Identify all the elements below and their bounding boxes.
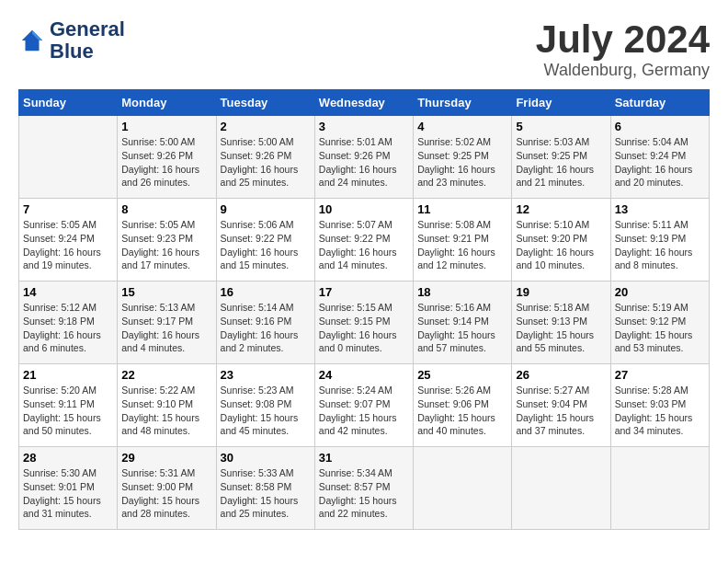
weekday-header: Thursday bbox=[414, 90, 512, 116]
day-info: Sunrise: 5:26 AM Sunset: 9:06 PM Dayligh… bbox=[417, 384, 507, 438]
day-info: Sunrise: 5:31 AM Sunset: 9:00 PM Dayligh… bbox=[121, 466, 211, 521]
calendar-week-row: 21Sunrise: 5:20 AM Sunset: 9:11 PM Dayli… bbox=[19, 364, 710, 447]
day-number: 30 bbox=[221, 451, 311, 465]
calendar-cell: 10Sunrise: 5:07 AM Sunset: 9:22 PM Dayli… bbox=[314, 199, 413, 282]
day-number: 8 bbox=[121, 202, 211, 216]
day-number: 31 bbox=[319, 451, 409, 465]
day-number: 27 bbox=[615, 368, 705, 382]
day-number: 29 bbox=[121, 451, 211, 465]
day-number: 10 bbox=[319, 202, 409, 216]
calendar-cell bbox=[512, 447, 610, 530]
calendar-cell: 28Sunrise: 5:30 AM Sunset: 9:01 PM Dayli… bbox=[19, 447, 118, 530]
day-info: Sunrise: 5:14 AM Sunset: 9:16 PM Dayligh… bbox=[221, 301, 311, 355]
day-number: 1 bbox=[121, 120, 211, 133]
calendar-cell: 30Sunrise: 5:33 AM Sunset: 8:58 PM Dayli… bbox=[216, 447, 314, 530]
logo-line1: General bbox=[50, 18, 125, 40]
calendar-week-row: 28Sunrise: 5:30 AM Sunset: 9:01 PM Dayli… bbox=[19, 447, 710, 530]
day-info: Sunrise: 5:23 AM Sunset: 9:08 PM Dayligh… bbox=[221, 384, 311, 438]
day-number: 19 bbox=[516, 285, 606, 299]
calendar-cell: 21Sunrise: 5:20 AM Sunset: 9:11 PM Dayli… bbox=[19, 364, 118, 447]
calendar-table: SundayMondayTuesdayWednesdayThursdayFrid… bbox=[18, 89, 710, 530]
calendar-cell: 13Sunrise: 5:11 AM Sunset: 9:19 PM Dayli… bbox=[610, 199, 709, 282]
calendar-cell: 1Sunrise: 5:00 AM Sunset: 9:26 PM Daylig… bbox=[118, 116, 216, 199]
calendar-cell: 29Sunrise: 5:31 AM Sunset: 9:00 PM Dayli… bbox=[118, 447, 216, 530]
day-info: Sunrise: 5:03 AM Sunset: 9:25 PM Dayligh… bbox=[516, 135, 606, 190]
day-info: Sunrise: 5:19 AM Sunset: 9:12 PM Dayligh… bbox=[615, 301, 705, 355]
calendar-cell: 25Sunrise: 5:26 AM Sunset: 9:06 PM Dayli… bbox=[414, 364, 512, 447]
weekday-header: Tuesday bbox=[216, 90, 314, 116]
page-header: General Blue July 2024 Waldenburg, Germa… bbox=[18, 18, 710, 80]
day-number: 11 bbox=[417, 202, 507, 216]
day-info: Sunrise: 5:04 AM Sunset: 9:24 PM Dayligh… bbox=[615, 135, 705, 190]
title-block: July 2024 Waldenburg, Germany bbox=[536, 18, 710, 80]
day-number: 2 bbox=[221, 120, 311, 133]
weekday-header: Friday bbox=[512, 90, 610, 116]
calendar-cell: 18Sunrise: 5:16 AM Sunset: 9:14 PM Dayli… bbox=[414, 282, 512, 364]
calendar-cell: 14Sunrise: 5:12 AM Sunset: 9:18 PM Dayli… bbox=[19, 282, 118, 364]
day-info: Sunrise: 5:05 AM Sunset: 9:24 PM Dayligh… bbox=[23, 218, 113, 272]
weekday-header-row: SundayMondayTuesdayWednesdayThursdayFrid… bbox=[19, 90, 710, 116]
month-title: July 2024 bbox=[536, 18, 710, 61]
day-number: 14 bbox=[23, 285, 113, 299]
calendar-cell: 4Sunrise: 5:02 AM Sunset: 9:25 PM Daylig… bbox=[414, 116, 512, 199]
calendar-cell: 2Sunrise: 5:00 AM Sunset: 9:26 PM Daylig… bbox=[216, 116, 314, 199]
day-number: 20 bbox=[615, 285, 705, 299]
day-info: Sunrise: 5:20 AM Sunset: 9:11 PM Dayligh… bbox=[23, 384, 113, 438]
calendar-cell: 16Sunrise: 5:14 AM Sunset: 9:16 PM Dayli… bbox=[216, 282, 314, 364]
day-number: 21 bbox=[23, 368, 113, 382]
calendar-cell: 19Sunrise: 5:18 AM Sunset: 9:13 PM Dayli… bbox=[512, 282, 610, 364]
day-number: 12 bbox=[516, 202, 606, 216]
day-info: Sunrise: 5:13 AM Sunset: 9:17 PM Dayligh… bbox=[121, 301, 211, 355]
calendar-cell: 23Sunrise: 5:23 AM Sunset: 9:08 PM Dayli… bbox=[216, 364, 314, 447]
calendar-cell bbox=[19, 116, 118, 199]
calendar-cell: 3Sunrise: 5:01 AM Sunset: 9:26 PM Daylig… bbox=[314, 116, 413, 199]
day-number: 5 bbox=[516, 120, 606, 133]
weekday-header: Wednesday bbox=[314, 90, 413, 116]
day-number: 6 bbox=[615, 120, 705, 133]
day-number: 26 bbox=[516, 368, 606, 382]
day-number: 17 bbox=[319, 285, 409, 299]
day-info: Sunrise: 5:24 AM Sunset: 9:07 PM Dayligh… bbox=[319, 384, 409, 438]
calendar-week-row: 14Sunrise: 5:12 AM Sunset: 9:18 PM Dayli… bbox=[19, 282, 710, 364]
calendar-cell: 8Sunrise: 5:05 AM Sunset: 9:23 PM Daylig… bbox=[118, 199, 216, 282]
day-info: Sunrise: 5:08 AM Sunset: 9:21 PM Dayligh… bbox=[417, 218, 507, 272]
logo: General Blue bbox=[18, 18, 125, 63]
calendar-cell: 20Sunrise: 5:19 AM Sunset: 9:12 PM Dayli… bbox=[610, 282, 709, 364]
day-info: Sunrise: 5:06 AM Sunset: 9:22 PM Dayligh… bbox=[221, 218, 311, 272]
calendar-week-row: 1Sunrise: 5:00 AM Sunset: 9:26 PM Daylig… bbox=[19, 116, 710, 199]
day-number: 16 bbox=[221, 285, 311, 299]
day-number: 22 bbox=[121, 368, 211, 382]
weekday-header: Sunday bbox=[19, 90, 118, 116]
calendar-cell: 12Sunrise: 5:10 AM Sunset: 9:20 PM Dayli… bbox=[512, 199, 610, 282]
day-info: Sunrise: 5:11 AM Sunset: 9:19 PM Dayligh… bbox=[615, 218, 705, 272]
day-info: Sunrise: 5:33 AM Sunset: 8:58 PM Dayligh… bbox=[221, 466, 311, 521]
weekday-header: Saturday bbox=[610, 90, 709, 116]
calendar-cell: 27Sunrise: 5:28 AM Sunset: 9:03 PM Dayli… bbox=[610, 364, 709, 447]
weekday-header: Monday bbox=[118, 90, 216, 116]
day-info: Sunrise: 5:12 AM Sunset: 9:18 PM Dayligh… bbox=[23, 301, 113, 355]
day-number: 3 bbox=[319, 120, 409, 133]
calendar-cell: 17Sunrise: 5:15 AM Sunset: 9:15 PM Dayli… bbox=[314, 282, 413, 364]
day-number: 4 bbox=[417, 120, 507, 133]
day-number: 28 bbox=[23, 451, 113, 465]
calendar-week-row: 7Sunrise: 5:05 AM Sunset: 9:24 PM Daylig… bbox=[19, 199, 710, 282]
calendar-cell: 6Sunrise: 5:04 AM Sunset: 9:24 PM Daylig… bbox=[610, 116, 709, 199]
day-info: Sunrise: 5:01 AM Sunset: 9:26 PM Dayligh… bbox=[319, 135, 409, 190]
day-info: Sunrise: 5:10 AM Sunset: 9:20 PM Dayligh… bbox=[516, 218, 606, 272]
day-info: Sunrise: 5:15 AM Sunset: 9:15 PM Dayligh… bbox=[319, 301, 409, 355]
day-info: Sunrise: 5:00 AM Sunset: 9:26 PM Dayligh… bbox=[121, 135, 211, 190]
day-number: 9 bbox=[221, 202, 311, 216]
day-info: Sunrise: 5:00 AM Sunset: 9:26 PM Dayligh… bbox=[221, 135, 311, 190]
calendar-cell: 9Sunrise: 5:06 AM Sunset: 9:22 PM Daylig… bbox=[216, 199, 314, 282]
calendar-cell: 24Sunrise: 5:24 AM Sunset: 9:07 PM Dayli… bbox=[314, 364, 413, 447]
day-info: Sunrise: 5:28 AM Sunset: 9:03 PM Dayligh… bbox=[615, 384, 705, 438]
logo-icon bbox=[18, 27, 46, 54]
calendar-cell: 5Sunrise: 5:03 AM Sunset: 9:25 PM Daylig… bbox=[512, 116, 610, 199]
day-number: 24 bbox=[319, 368, 409, 382]
calendar-cell bbox=[610, 447, 709, 530]
calendar-cell: 15Sunrise: 5:13 AM Sunset: 9:17 PM Dayli… bbox=[118, 282, 216, 364]
day-info: Sunrise: 5:05 AM Sunset: 9:23 PM Dayligh… bbox=[121, 218, 211, 272]
day-number: 13 bbox=[615, 202, 705, 216]
day-number: 15 bbox=[121, 285, 211, 299]
day-number: 23 bbox=[221, 368, 311, 382]
